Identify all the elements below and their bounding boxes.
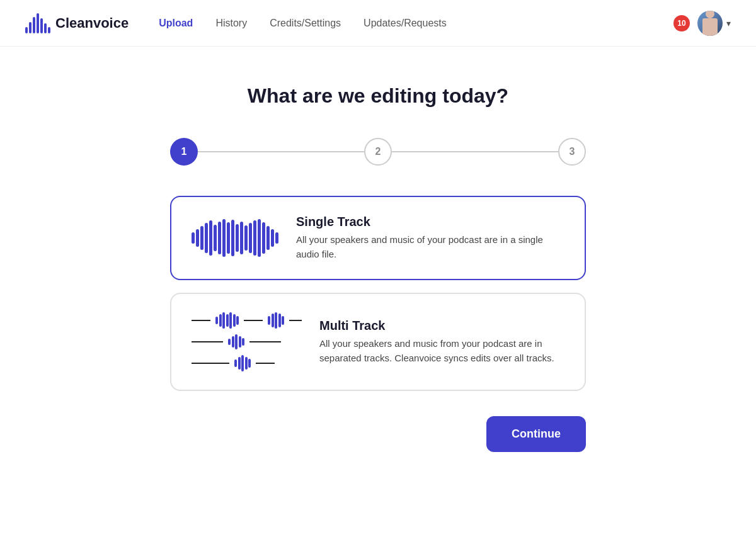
notification-badge[interactable]: 10 [673, 15, 690, 31]
avatar-head [706, 11, 714, 18]
nav-upload[interactable]: Upload [159, 18, 193, 29]
waveform-icon [25, 13, 50, 33]
main-content: What are we editing today? 1 2 3 [0, 47, 756, 490]
step-3: 3 [558, 138, 586, 166]
step-1: 1 [170, 138, 198, 166]
single-track-waveform-icon [192, 219, 278, 257]
multi-track-card[interactable]: Multi Track All your speakers and music … [170, 293, 586, 391]
single-track-description: All your speakers and music of your podc… [296, 233, 561, 261]
multi-track-waveform-icon [192, 312, 302, 372]
navbar: Cleanvoice Upload History Credits/Settin… [0, 0, 756, 47]
avatar-figure [702, 18, 718, 36]
step-line-1 [198, 151, 364, 152]
nav-updates-requests[interactable]: Updates/Requests [364, 18, 447, 29]
nav-credits-settings[interactable]: Credits/Settings [270, 18, 341, 29]
step-line-2 [392, 151, 558, 152]
continue-button[interactable]: Continue [486, 416, 586, 452]
chevron-down-icon: ▾ [726, 18, 731, 28]
stepper: 1 2 3 [170, 138, 586, 166]
nav-right: 10 ▾ [673, 11, 731, 36]
single-track-title: Single Track [296, 215, 561, 229]
step-2: 2 [364, 138, 392, 166]
notification-count: 10 [673, 15, 690, 31]
nav-history[interactable]: History [215, 18, 247, 29]
footer-area: Continue [170, 416, 586, 452]
logo-text: Cleanvoice [55, 15, 129, 31]
logo[interactable]: Cleanvoice [25, 13, 129, 33]
page-title: What are we editing today? [248, 84, 508, 108]
avatar-area[interactable]: ▾ [697, 11, 731, 36]
single-track-text: Single Track All your speakers and music… [296, 215, 561, 261]
multi-track-title: Multi Track [319, 319, 564, 333]
avatar [697, 11, 723, 36]
single-track-card[interactable]: Single Track All your speakers and music… [170, 196, 586, 280]
nav-links: Upload History Credits/Settings Updates/… [159, 18, 673, 29]
multi-track-text: Multi Track All your speakers and music … [319, 319, 564, 365]
multi-track-description: All your speakers and music from your po… [319, 337, 564, 365]
options-container: Single Track All your speakers and music… [170, 196, 586, 391]
avatar-image [697, 11, 723, 36]
